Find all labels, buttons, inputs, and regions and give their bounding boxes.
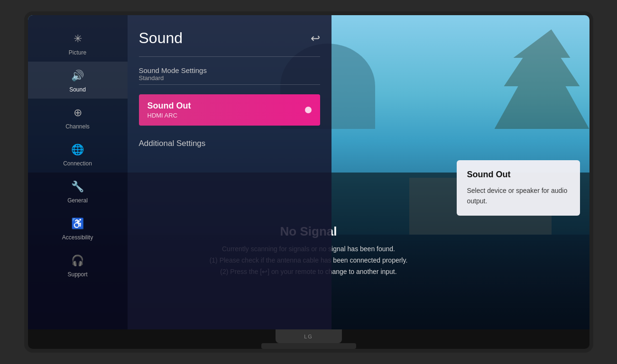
sound-icon: 🔊 [69,67,86,84]
panel-title: Sound [139,29,183,47]
sidebar-item-connection[interactable]: 🌐 Connection [28,136,128,173]
sound-out-value: HDMI ARC [147,112,312,119]
panel-header: Sound ↩ [139,29,320,47]
general-icon: 🔧 [69,178,86,195]
tv-brand-logo: LG [304,334,313,339]
sound-mode-value: Standard [139,74,320,82]
sidebar-item-accessibility-label: Accessibility [62,234,93,241]
sidebar-item-channels[interactable]: ⊕ Channels [28,99,128,136]
sidebar-item-support[interactable]: 🎧 Support [28,246,128,283]
divider-top [139,56,320,57]
sidebar-item-channels-label: Channels [65,123,90,130]
tv-stand-base [261,343,356,349]
tooltip-popup: Sound Out Select device or speaker for a… [457,160,580,216]
back-button[interactable]: ↩ [311,32,320,45]
sidebar-item-accessibility[interactable]: ♿ Accessibility [28,209,128,246]
tv-outer: No Signal Currently scanning for signals… [24,11,593,353]
accessibility-icon: ♿ [69,215,86,232]
tooltip-description: Select device or speaker for audio outpu… [467,185,570,207]
cursor-dot [305,107,312,113]
sidebar: ✳ Picture 🔊 Sound ⊕ Channels 🌐 Connectio… [28,15,128,329]
connection-icon: 🌐 [69,141,86,158]
tv-screen: No Signal Currently scanning for signals… [28,15,589,329]
sound-mode-label: Sound Mode Settings [139,66,320,74]
sidebar-item-support-label: Support [67,271,87,278]
main-panel: Sound ↩ Sound Mode Settings Standard Sou… [128,15,332,329]
additional-settings-item[interactable]: Additional Settings [139,132,320,155]
sound-out-title: Sound Out [147,101,312,111]
sidebar-item-general-label: General [67,197,88,204]
sidebar-item-general[interactable]: 🔧 General [28,173,128,209]
sidebar-item-sound[interactable]: 🔊 Sound [28,62,128,99]
sidebar-item-picture[interactable]: ✳ Picture [28,25,128,62]
sound-mode-group: Sound Mode Settings Standard [139,66,320,82]
tooltip-title: Sound Out [467,170,570,180]
sidebar-item-sound-label: Sound [69,86,86,93]
divider-mid [139,84,320,85]
support-icon: 🎧 [69,252,86,269]
tv-stand: LG [276,329,342,343]
picture-icon: ✳ [69,30,86,47]
sidebar-item-picture-label: Picture [69,49,86,56]
sidebar-item-connection-label: Connection [63,160,92,167]
channels-icon: ⊕ [69,104,86,121]
sound-out-item[interactable]: Sound Out HDMI ARC [139,94,320,126]
